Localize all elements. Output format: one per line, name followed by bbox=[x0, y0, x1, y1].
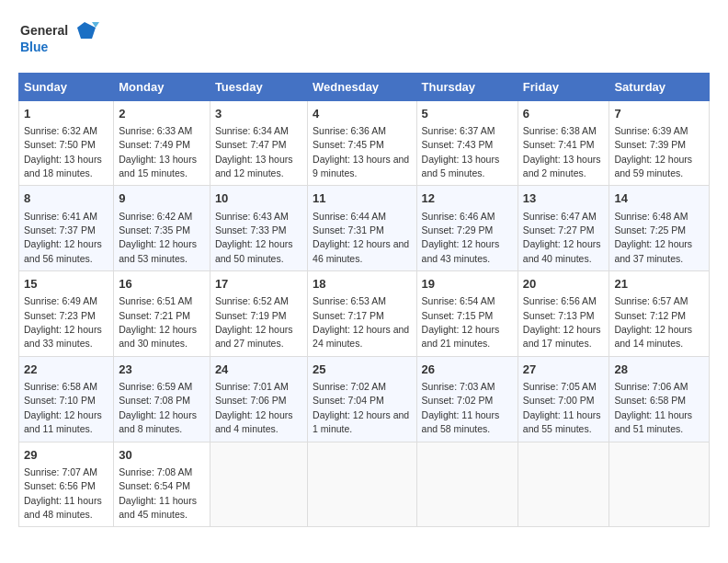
day-cell: 29 Sunrise: 7:07 AM Sunset: 6:56 PM Dayl… bbox=[19, 442, 114, 527]
day-number: 17 bbox=[215, 276, 302, 293]
day-info: Sunrise: 7:06 AM Sunset: 6:58 PM Dayligh… bbox=[614, 381, 692, 434]
header-cell-tuesday: Tuesday bbox=[210, 73, 307, 100]
logo-svg: General Blue bbox=[18, 18, 101, 60]
day-number: 12 bbox=[422, 190, 513, 207]
svg-marker-2 bbox=[77, 22, 96, 39]
week-row-3: 15 Sunrise: 6:49 AM Sunset: 7:23 PM Dayl… bbox=[19, 271, 710, 357]
day-cell bbox=[518, 442, 609, 527]
day-info: Sunrise: 6:32 AM Sunset: 7:50 PM Dayligh… bbox=[24, 125, 102, 178]
day-info: Sunrise: 6:41 AM Sunset: 7:37 PM Dayligh… bbox=[24, 211, 102, 264]
week-row-4: 22 Sunrise: 6:58 AM Sunset: 7:10 PM Dayl… bbox=[19, 356, 710, 442]
day-number: 28 bbox=[614, 362, 704, 378]
day-cell: 8 Sunrise: 6:41 AM Sunset: 7:37 PM Dayli… bbox=[19, 186, 114, 271]
day-cell: 23 Sunrise: 6:59 AM Sunset: 7:08 PM Dayl… bbox=[114, 356, 210, 442]
day-cell: 4 Sunrise: 6:36 AM Sunset: 7:45 PM Dayli… bbox=[308, 100, 416, 186]
day-cell: 21 Sunrise: 6:57 AM Sunset: 7:12 PM Dayl… bbox=[609, 271, 710, 357]
day-cell: 10 Sunrise: 6:43 AM Sunset: 7:33 PM Dayl… bbox=[210, 186, 307, 271]
day-number: 29 bbox=[24, 447, 108, 464]
week-row-5: 29 Sunrise: 7:07 AM Sunset: 6:56 PM Dayl… bbox=[19, 442, 710, 527]
page-header: General Blue bbox=[18, 18, 710, 63]
logo: General Blue bbox=[18, 18, 101, 63]
header-cell-wednesday: Wednesday bbox=[308, 73, 416, 100]
day-number: 27 bbox=[523, 362, 605, 378]
day-cell bbox=[210, 442, 307, 527]
day-number: 5 bbox=[422, 106, 513, 122]
day-number: 10 bbox=[215, 190, 302, 207]
day-number: 16 bbox=[119, 276, 205, 293]
day-info: Sunrise: 6:42 AM Sunset: 7:35 PM Dayligh… bbox=[119, 211, 197, 264]
day-cell: 24 Sunrise: 7:01 AM Sunset: 7:06 PM Dayl… bbox=[210, 356, 307, 442]
header-cell-thursday: Thursday bbox=[416, 73, 518, 100]
day-number: 18 bbox=[313, 276, 411, 293]
day-cell: 19 Sunrise: 6:54 AM Sunset: 7:15 PM Dayl… bbox=[416, 271, 518, 357]
day-number: 11 bbox=[313, 190, 411, 207]
day-info: Sunrise: 7:03 AM Sunset: 7:02 PM Dayligh… bbox=[422, 381, 500, 434]
day-info: Sunrise: 6:34 AM Sunset: 7:47 PM Dayligh… bbox=[215, 125, 293, 178]
logo-text: General Blue bbox=[18, 18, 101, 63]
header-row: SundayMondayTuesdayWednesdayThursdayFrid… bbox=[19, 73, 710, 100]
day-cell: 1 Sunrise: 6:32 AM Sunset: 7:50 PM Dayli… bbox=[19, 100, 114, 186]
day-cell: 3 Sunrise: 6:34 AM Sunset: 7:47 PM Dayli… bbox=[210, 100, 307, 186]
day-cell: 18 Sunrise: 6:53 AM Sunset: 7:17 PM Dayl… bbox=[308, 271, 416, 357]
day-number: 2 bbox=[119, 106, 205, 122]
day-number: 6 bbox=[523, 106, 605, 122]
day-info: Sunrise: 6:59 AM Sunset: 7:08 PM Dayligh… bbox=[119, 381, 197, 434]
calendar-table: SundayMondayTuesdayWednesdayThursdayFrid… bbox=[18, 73, 710, 528]
day-info: Sunrise: 6:48 AM Sunset: 7:25 PM Dayligh… bbox=[614, 211, 692, 264]
day-cell: 14 Sunrise: 6:48 AM Sunset: 7:25 PM Dayl… bbox=[609, 186, 710, 271]
day-info: Sunrise: 7:02 AM Sunset: 7:04 PM Dayligh… bbox=[313, 381, 409, 434]
day-cell: 11 Sunrise: 6:44 AM Sunset: 7:31 PM Dayl… bbox=[308, 186, 416, 271]
svg-text:Blue: Blue bbox=[20, 40, 49, 54]
day-cell: 12 Sunrise: 6:46 AM Sunset: 7:29 PM Dayl… bbox=[416, 186, 518, 271]
day-info: Sunrise: 6:46 AM Sunset: 7:29 PM Dayligh… bbox=[422, 211, 500, 264]
day-number: 7 bbox=[614, 106, 704, 122]
day-cell: 27 Sunrise: 7:05 AM Sunset: 7:00 PM Dayl… bbox=[518, 356, 609, 442]
day-number: 1 bbox=[24, 106, 108, 122]
day-info: Sunrise: 6:53 AM Sunset: 7:17 PM Dayligh… bbox=[313, 295, 409, 349]
day-info: Sunrise: 7:01 AM Sunset: 7:06 PM Dayligh… bbox=[215, 381, 293, 434]
day-info: Sunrise: 7:08 AM Sunset: 6:54 PM Dayligh… bbox=[119, 466, 197, 520]
day-info: Sunrise: 6:58 AM Sunset: 7:10 PM Dayligh… bbox=[24, 381, 102, 434]
day-cell: 2 Sunrise: 6:33 AM Sunset: 7:49 PM Dayli… bbox=[114, 100, 210, 186]
day-cell: 6 Sunrise: 6:38 AM Sunset: 7:41 PM Dayli… bbox=[518, 100, 609, 186]
day-info: Sunrise: 6:33 AM Sunset: 7:49 PM Dayligh… bbox=[119, 125, 197, 178]
day-number: 23 bbox=[119, 362, 205, 378]
day-number: 19 bbox=[422, 276, 513, 293]
day-number: 8 bbox=[24, 190, 108, 207]
day-info: Sunrise: 6:37 AM Sunset: 7:43 PM Dayligh… bbox=[422, 125, 500, 178]
day-number: 26 bbox=[422, 362, 513, 378]
day-number: 25 bbox=[313, 362, 411, 378]
day-info: Sunrise: 6:49 AM Sunset: 7:23 PM Dayligh… bbox=[24, 295, 102, 349]
day-number: 13 bbox=[523, 190, 605, 207]
header-cell-sunday: Sunday bbox=[19, 73, 114, 100]
day-info: Sunrise: 6:47 AM Sunset: 7:27 PM Dayligh… bbox=[523, 211, 601, 264]
day-cell: 15 Sunrise: 6:49 AM Sunset: 7:23 PM Dayl… bbox=[19, 271, 114, 357]
day-number: 9 bbox=[119, 190, 205, 207]
day-info: Sunrise: 6:56 AM Sunset: 7:13 PM Dayligh… bbox=[523, 295, 601, 349]
day-info: Sunrise: 6:38 AM Sunset: 7:41 PM Dayligh… bbox=[523, 125, 601, 178]
day-cell: 9 Sunrise: 6:42 AM Sunset: 7:35 PM Dayli… bbox=[114, 186, 210, 271]
day-cell: 25 Sunrise: 7:02 AM Sunset: 7:04 PM Dayl… bbox=[308, 356, 416, 442]
day-number: 24 bbox=[215, 362, 302, 378]
svg-text:General: General bbox=[20, 23, 68, 38]
day-cell: 7 Sunrise: 6:39 AM Sunset: 7:39 PM Dayli… bbox=[609, 100, 710, 186]
day-number: 3 bbox=[215, 106, 302, 122]
day-info: Sunrise: 7:07 AM Sunset: 6:56 PM Dayligh… bbox=[24, 466, 102, 520]
day-cell bbox=[416, 442, 518, 527]
day-info: Sunrise: 6:36 AM Sunset: 7:45 PM Dayligh… bbox=[313, 125, 409, 178]
day-cell: 5 Sunrise: 6:37 AM Sunset: 7:43 PM Dayli… bbox=[416, 100, 518, 186]
day-info: Sunrise: 6:52 AM Sunset: 7:19 PM Dayligh… bbox=[215, 295, 293, 349]
day-cell: 30 Sunrise: 7:08 AM Sunset: 6:54 PM Dayl… bbox=[114, 442, 210, 527]
day-cell: 16 Sunrise: 6:51 AM Sunset: 7:21 PM Dayl… bbox=[114, 271, 210, 357]
week-row-1: 1 Sunrise: 6:32 AM Sunset: 7:50 PM Dayli… bbox=[19, 100, 710, 186]
day-cell bbox=[609, 442, 710, 527]
day-info: Sunrise: 6:44 AM Sunset: 7:31 PM Dayligh… bbox=[313, 211, 409, 264]
week-row-2: 8 Sunrise: 6:41 AM Sunset: 7:37 PM Dayli… bbox=[19, 186, 710, 271]
day-number: 4 bbox=[313, 106, 411, 122]
day-cell: 22 Sunrise: 6:58 AM Sunset: 7:10 PM Dayl… bbox=[19, 356, 114, 442]
day-cell: 20 Sunrise: 6:56 AM Sunset: 7:13 PM Dayl… bbox=[518, 271, 609, 357]
header-cell-friday: Friday bbox=[518, 73, 609, 100]
day-number: 21 bbox=[614, 276, 704, 293]
day-info: Sunrise: 7:05 AM Sunset: 7:00 PM Dayligh… bbox=[523, 381, 601, 434]
header-cell-saturday: Saturday bbox=[609, 73, 710, 100]
